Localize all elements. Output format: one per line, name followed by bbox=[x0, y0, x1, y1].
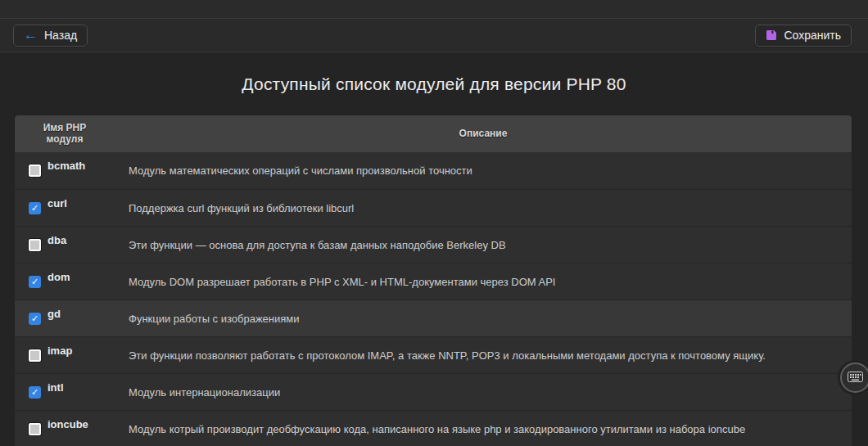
module-name: intl bbox=[47, 381, 64, 394]
module-name-cell: bcmath bbox=[15, 152, 115, 189]
module-checkbox[interactable] bbox=[29, 164, 41, 177]
module-description: Функции работы с изображениями bbox=[129, 313, 300, 325]
module-description: Эти функции — основа для доступа к базам… bbox=[129, 239, 506, 251]
table-row: ioncube Модуль котрый производит деобфус… bbox=[15, 410, 852, 446]
save-button[interactable]: Сохранить bbox=[755, 25, 852, 47]
table-row: imap Эти функции позволяют работать с пр… bbox=[15, 336, 852, 373]
page-title: Доступный список модулей для версии PHP … bbox=[0, 74, 868, 94]
keyboard-icon bbox=[848, 371, 863, 385]
module-name-cell: ✓ gd bbox=[15, 300, 115, 336]
module-description-cell: Модуль котрый производит деобфускацию ко… bbox=[115, 411, 852, 446]
module-name: ioncube bbox=[47, 418, 88, 430]
module-checkbox[interactable] bbox=[29, 239, 41, 251]
module-checkbox[interactable] bbox=[29, 349, 41, 362]
toolbar: ← Назад Сохранить bbox=[0, 19, 868, 52]
column-header-description: Описание bbox=[115, 115, 852, 152]
module-description-cell: Функции работы с изображениями bbox=[115, 300, 852, 336]
back-arrow-icon: ← bbox=[24, 28, 38, 42]
table-row: ✓ dom Модуль DOM разрешает работать в PH… bbox=[15, 263, 852, 300]
module-checkbox[interactable] bbox=[29, 423, 41, 435]
module-description: Поддержка curl функций из библиотеки lib… bbox=[129, 202, 354, 214]
module-checkbox[interactable]: ✓ bbox=[29, 313, 41, 325]
module-name: gd bbox=[47, 308, 61, 320]
floppy-disk-icon bbox=[766, 29, 777, 41]
table-row: ✓ intl Модуль интернационализации bbox=[15, 373, 852, 410]
window-titlebar bbox=[0, 0, 868, 19]
module-description-cell: Модуль интернационализации bbox=[115, 374, 852, 410]
module-checkbox[interactable]: ✓ bbox=[29, 202, 41, 214]
table-header: Имя PHP модуля Описание bbox=[15, 115, 852, 152]
module-description: Модуль математических операций с числами… bbox=[129, 164, 472, 177]
module-checkbox[interactable]: ✓ bbox=[29, 276, 41, 288]
module-name-cell: ioncube bbox=[15, 411, 115, 446]
table-row: ✓ gd Функции работы с изображениями bbox=[15, 300, 852, 336]
module-description: Модуль DOM разрешает работать в PHP с XM… bbox=[129, 276, 555, 288]
module-name: dba bbox=[47, 234, 66, 246]
module-name: curl bbox=[47, 197, 67, 209]
module-name-cell: ✓ curl bbox=[15, 190, 115, 226]
module-checkbox[interactable]: ✓ bbox=[29, 386, 41, 399]
module-name-cell: ✓ dom bbox=[15, 264, 115, 300]
module-name-cell: ✓ intl bbox=[15, 374, 115, 410]
module-description-cell: Поддержка curl функций из библиотеки lib… bbox=[115, 190, 852, 226]
save-button-label: Сохранить bbox=[784, 29, 841, 42]
back-button-label: Назад bbox=[44, 29, 77, 42]
column-header-module-name: Имя PHP модуля bbox=[15, 115, 115, 152]
table-row: bcmath Модуль математических операций с … bbox=[15, 152, 852, 189]
table-row: ✓ curl Поддержка curl функций из библиот… bbox=[15, 189, 852, 226]
onscreen-keyboard-button[interactable] bbox=[840, 363, 868, 393]
module-description-cell: Эти функции — основа для доступа к базам… bbox=[115, 227, 852, 263]
table-row: dba Эти функции — основа для доступа к б… bbox=[15, 226, 852, 263]
module-name: bcmath bbox=[47, 160, 85, 172]
php-modules-table: Имя PHP модуля Описание bcmath Модуль ма… bbox=[15, 115, 852, 446]
module-description: Модуль интернационализации bbox=[129, 386, 280, 399]
back-button[interactable]: ← Назад bbox=[13, 25, 88, 47]
module-description-cell: Эти функции позволяют работать с протоко… bbox=[115, 337, 852, 373]
module-name-cell: imap bbox=[15, 337, 115, 373]
module-description-cell: Модуль DOM разрешает работать в PHP с XM… bbox=[115, 264, 852, 300]
module-name: imap bbox=[47, 345, 72, 357]
module-name: dom bbox=[47, 271, 70, 283]
module-description: Эти функции позволяют работать с протоко… bbox=[129, 349, 766, 362]
module-description: Модуль котрый производит деобфускацию ко… bbox=[129, 423, 745, 435]
module-description-cell: Модуль математических операций с числами… bbox=[115, 152, 852, 189]
table-body: bcmath Модуль математических операций с … bbox=[15, 152, 852, 446]
module-name-cell: dba bbox=[15, 227, 115, 263]
